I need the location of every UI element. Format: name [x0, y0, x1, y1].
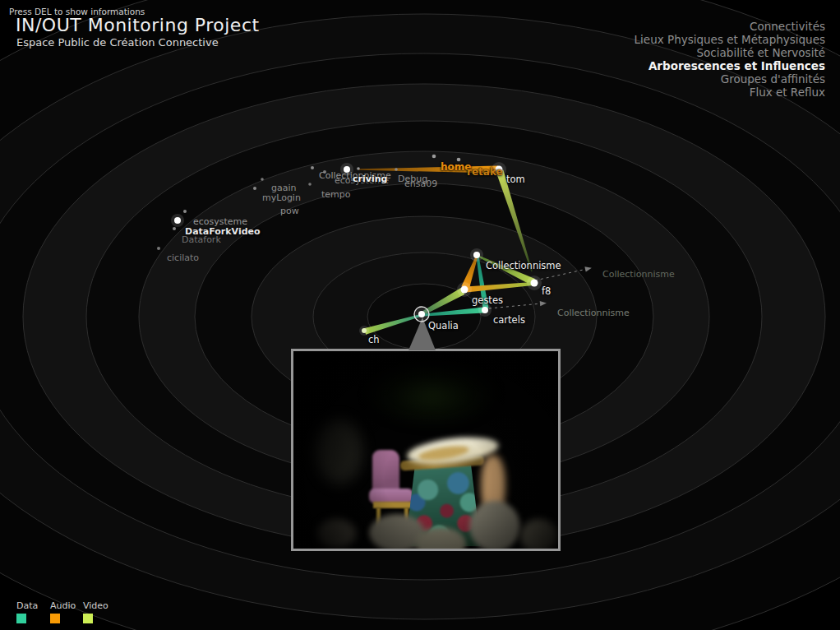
tom-node[interactable]	[496, 166, 503, 174]
scatter-dot	[261, 178, 264, 181]
menu-item-groupes-d-affinit-s[interactable]: Groupes d'affinités	[635, 72, 825, 86]
gestes-node[interactable]	[461, 286, 468, 294]
scatter-dot	[457, 158, 461, 162]
ch-node[interactable]	[362, 328, 367, 333]
edge-top-cartels	[477, 257, 489, 309]
legend-swatch-video	[83, 614, 93, 623]
link-arrow-icon	[540, 300, 547, 306]
scatter-dot	[157, 247, 160, 250]
legend-item-audio: Audio	[50, 600, 76, 623]
scatter-dot	[173, 227, 176, 230]
edge-gestes-f8	[466, 282, 533, 293]
dashed-link	[535, 269, 587, 280]
selection-cone	[408, 317, 436, 350]
legend-swatch-data	[16, 614, 26, 623]
link-arrow-icon	[584, 266, 592, 272]
legend-label: Audio	[50, 600, 76, 611]
page-title: IN/OUT Monitoring Project	[16, 15, 260, 35]
edge-home-audio	[359, 166, 498, 174]
edge-f8-top	[479, 256, 535, 285]
scatter-dot	[323, 170, 326, 174]
scatter-dot	[395, 168, 398, 171]
menu-item-arborescences-et-influences[interactable]: Arborescences et Influences	[635, 59, 825, 72]
scatter-dot	[253, 187, 256, 190]
menu-item-flux-et-reflux[interactable]: Flux et Reflux	[635, 86, 825, 99]
scatter-dot	[308, 183, 312, 186]
page-subtitle: Espace Public de Création Connective	[16, 36, 219, 49]
qualia-node[interactable]	[418, 311, 425, 317]
cartels-node[interactable]	[482, 307, 488, 313]
audio-left-node[interactable]	[344, 166, 350, 173]
scatter-dot	[357, 167, 360, 170]
edge-ch-qualia	[364, 315, 420, 335]
menu-item-sociabilit-et-nervosit-[interactable]: Sociabilité et Nervosité	[635, 46, 825, 59]
scatter-dot	[311, 166, 314, 169]
menu-item-connectivit-s[interactable]: Connectivités	[635, 20, 825, 33]
legend-swatch-audio	[50, 614, 60, 623]
scatter-dot	[432, 155, 436, 159]
legend-label: Video	[83, 600, 108, 611]
legend-item-video: Video	[83, 600, 108, 623]
collectionnisme-node[interactable]	[473, 252, 480, 258]
main-menu: ConnectivitésLieux Physiques et Métaphys…	[635, 20, 825, 99]
edge-tom-video	[496, 170, 533, 272]
legend-label: Data	[16, 600, 38, 611]
dashed-link	[489, 303, 542, 308]
scatter-dot	[183, 210, 187, 213]
legend-item-data: Data	[16, 600, 38, 623]
app-window: CollectionnismeecosystèmecrivingDebugens…	[0, 0, 840, 630]
menu-item-lieux-physiques-et-m-taphysiques[interactable]: Lieux Physiques et Métaphysiques	[635, 33, 825, 46]
f8-node[interactable]	[531, 280, 538, 287]
ecosysteme-node[interactable]	[174, 217, 181, 224]
